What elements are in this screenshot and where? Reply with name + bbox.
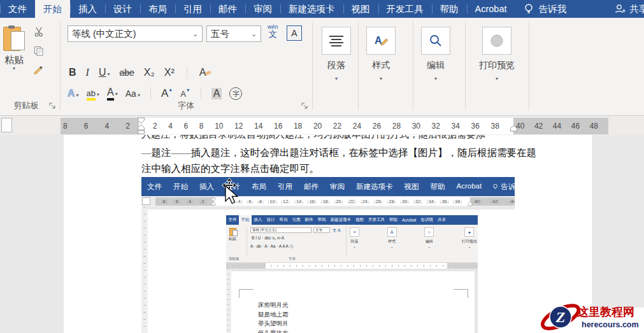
l2-group-icon: ≡ [350,227,359,237]
ribbon-tab[interactable]: 开始 [35,0,70,18]
l2-group-label: 编辑 [424,239,434,244]
l2-poem-text: 床前明月光疑是地上霜举头望明月低头思故乡 [258,301,289,333]
first-line-indent-marker[interactable] [137,117,145,124]
l2-ribbon-tab: 设计 [264,215,277,225]
font-size-combo[interactable]: 五号 ⌄ [206,25,261,42]
format-painter-icon[interactable] [33,65,44,74]
paste-dropdown-caret[interactable]: ▾ [0,66,28,71]
pinyin-guide-button[interactable]: wén 文 [268,24,278,38]
l1-ribbon-tab-bar: 文件开始插入设计布局引用邮件审阅新建选项卡视图帮助Acrobat 告诉我 [141,177,515,196]
ruler-number: 6 [84,122,89,131]
ribbon-tab[interactable]: 新建选项卡 [280,0,343,18]
right-indent-marker[interactable] [510,125,518,132]
ribbon-tab[interactable]: 设计 [105,0,140,18]
ribbon-tab[interactable]: 布局 [140,0,175,18]
l2-paste-button: 粘贴 [229,228,236,242]
font-name-combo[interactable]: 等线 (中文正文) ⌄ [68,25,203,42]
character-shading-button[interactable]: A [211,88,222,99]
clipboard-dialog-launcher-icon[interactable] [49,100,55,111]
styles-group-button[interactable]: A 样式 ▾ [363,18,399,115]
l2-ribbon-tab: 文件 [226,215,239,225]
grow-font-button[interactable]: A▲ [161,87,173,100]
print-preview-group-button[interactable]: 打印预览 ▾ [470,18,524,115]
ruler-number: 18 [294,122,302,131]
enclose-characters-button[interactable]: 字 [229,87,242,100]
lightbulb-icon [524,3,534,15]
l2-ribbon-tab: 告诉我 [419,215,436,225]
italic-button[interactable]: I [86,67,89,78]
text-effects-button[interactable]: A▾ [68,88,79,99]
l2-font-group-label: 字体 [289,257,296,261]
ribbon-tab[interactable]: 邮件 [210,0,245,18]
poem-line: 低头思故乡 [258,329,289,333]
horizontal-ruler[interactable]: 8642 2468101214161820222426283032343638 … [0,116,644,135]
poem-line: 举头望明月 [258,319,289,329]
ruler-number: 34 [452,122,460,131]
ribbon-tab[interactable]: 开发工具 [378,0,432,18]
copy-icon[interactable] [34,46,44,56]
paragraph-group-button[interactable]: 段落 ▾ [318,18,354,115]
chevron-down-icon: ▾ [318,76,354,81]
search-icon [421,27,450,55]
paste-button[interactable]: 粘贴 ▾ [0,25,28,71]
print-preview-icon [482,27,512,55]
ruler-number: 42 [534,122,543,131]
ruler-number: 8 [199,122,204,131]
ruler-number: 48 [590,122,598,131]
editing-group-button[interactable]: 编辑 ▾ [418,18,454,115]
share-button[interactable]: 共享 [614,0,644,18]
l1-document-area: 文件开始插入设计布局引用邮件审阅新建选项卡视图开发工具帮助Acrobat告诉我共… [141,207,515,333]
ribbon-tab[interactable]: 引用 [175,0,210,18]
l1-tab-selector-box [142,197,150,205]
ribbon-tab[interactable]: 文件 [0,0,35,18]
subscript-button[interactable]: X₂ [144,67,155,78]
l2-ribbon-tab: 插入 [252,215,264,225]
chevron-down-icon: ⌄ [189,31,198,38]
l2-ribbon-tab: 视图 [354,215,366,225]
document-page[interactable]: 入题注，将数据目录制宏自动插入题注，均为原版本图片的方式，随后根据需要添 —题注… [64,135,593,333]
ruler-number: 2 [153,122,157,131]
strikethrough-button[interactable]: abe [119,67,134,78]
font-color-button[interactable]: A▾ [107,87,118,101]
ribbon-tab[interactable]: 帮助 [432,0,467,18]
hanging-indent-marker[interactable] [137,124,145,134]
clipboard-group: 粘贴 ▾ 剪贴板 [0,18,59,115]
bold-button[interactable]: B [69,67,76,78]
tell-me-label: 告诉我 [538,3,566,15]
shrink-font-button[interactable]: A▼ [180,88,190,99]
paste-label: 粘贴 [0,54,28,66]
l2-group-label: 样式 [387,239,397,244]
tell-me-group[interactable]: 告诉我 [524,0,566,18]
site-name: 这里教程网 [577,306,634,318]
ruler-number: 32 [432,122,440,131]
ruler-left-margin: 8642 [61,118,139,134]
ruler-number: 44 [553,122,561,131]
l1-ribbon-tab: 开始 [168,182,194,192]
change-case-button[interactable]: Aa▾ [125,88,140,99]
ribbon-tab[interactable]: 审阅 [245,0,280,18]
l2-group-label: 段落 [350,239,359,244]
font-dialog-launcher-icon[interactable] [301,100,308,111]
cut-icon[interactable] [34,27,44,37]
embedded-screenshot-level1[interactable]: 文件开始插入设计布局引用邮件审阅新建选项卡视图帮助Acrobat 告诉我 864… [141,177,515,333]
ribbon-tab[interactable]: 视图 [343,0,378,18]
underline-button[interactable]: U▾ [99,67,110,78]
l1-tell-me-label: 告诉我 [501,182,515,192]
tab-selector-box[interactable] [1,118,12,132]
l2-font-name-combo: 等线 (中文正文) [250,227,311,233]
ruler-number: 16 [274,122,282,131]
clear-formatting-button[interactable]: A [199,67,213,78]
l2-text-boundary-corner [454,289,468,298]
superscript-button[interactable]: X² [164,67,175,78]
l2-ribbon-tab: 帮助 [387,215,400,225]
l2-ribbon-tab: 邮件 [303,215,315,225]
highlight-button[interactable]: ab▾ [87,87,99,101]
ribbon-tab[interactable]: 插入 [70,0,105,18]
l1-document-page: 文件开始插入设计布局引用邮件审阅新建选项卡视图开发工具帮助Acrobat告诉我共… [148,209,515,333]
l2-document-page: 床前明月光疑是地上霜举头望明月低头思故乡 [231,271,475,333]
character-border-button[interactable]: A [287,25,302,41]
paste-icon [3,25,25,51]
l1-ribbon-tab: 文件 [141,182,168,192]
ribbon-tab[interactable]: Acrobat [467,0,515,18]
l1-ribbon-tab: 邮件 [298,182,324,192]
